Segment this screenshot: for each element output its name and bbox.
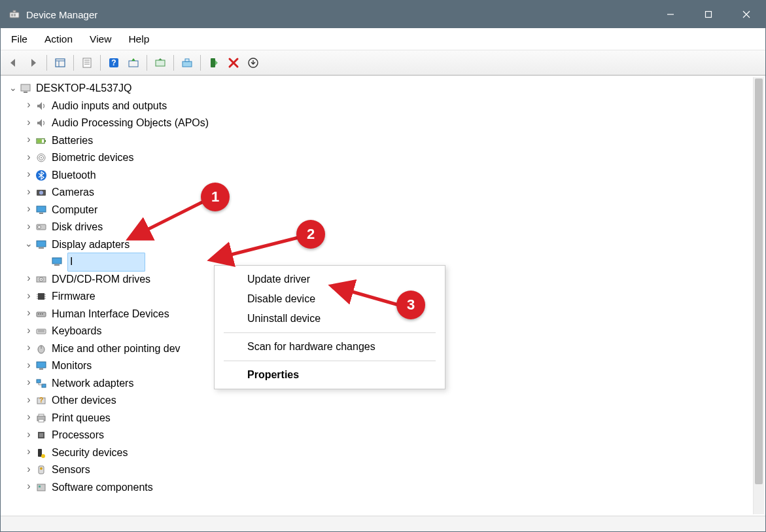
svg-text:?: ? (111, 58, 116, 67)
svg-rect-61 (37, 362, 46, 368)
svg-rect-23 (21, 84, 30, 91)
svg-rect-19 (183, 62, 192, 67)
menu-view[interactable]: View (88, 32, 113, 46)
menu-file[interactable]: File (10, 32, 29, 46)
tree-item-computer[interactable]: Computer (3, 202, 750, 219)
expand-icon[interactable] (23, 461, 35, 480)
update-driver-button[interactable] (178, 54, 196, 72)
expand-icon[interactable] (23, 409, 35, 427)
tree-item-label: Sensors (52, 461, 90, 479)
tree-item-other[interactable]: ?Other devices (3, 392, 750, 410)
svg-point-33 (39, 191, 43, 195)
tree-item-label: Biometric devices (52, 149, 133, 167)
toolbar: ? (1, 50, 765, 75)
tree-item-label: Bluetooth (52, 167, 96, 185)
expand-icon[interactable] (23, 340, 35, 358)
expand-icon[interactable] (7, 80, 19, 98)
expand-icon[interactable] (23, 392, 35, 410)
forward-button[interactable] (24, 54, 43, 72)
svg-rect-8 (56, 59, 65, 67)
enable-device-button[interactable] (205, 54, 223, 72)
expand-icon[interactable] (23, 478, 35, 497)
tree-root-label: DESKTOP-4L537JQ (36, 80, 131, 98)
expand-icon[interactable] (23, 444, 35, 462)
tree-item-label: DVD/CD-ROM drives (52, 271, 150, 289)
tree-item-label: Mice and other pointing dev (52, 340, 181, 358)
svg-rect-21 (211, 58, 215, 67)
tree-item-cameras[interactable]: Cameras (3, 184, 750, 202)
tree-item-print[interactable]: Print queues (3, 410, 750, 427)
expand-icon[interactable] (23, 270, 35, 289)
tree-item-batteries[interactable]: Batteries (3, 132, 750, 150)
expand-icon[interactable] (23, 166, 35, 185)
svg-rect-68 (39, 414, 44, 416)
tree-item-biometric[interactable]: Biometric devices (3, 149, 750, 167)
expand-icon[interactable] (23, 201, 35, 219)
uninstall-device-button[interactable] (244, 54, 262, 72)
expand-icon[interactable] (23, 219, 35, 237)
tree-item-software-components[interactable]: Software components (3, 479, 750, 497)
tree-item-label: Firmware (52, 288, 96, 306)
vertical-scrollbar[interactable] (753, 77, 764, 514)
tree-item-display-adapters[interactable]: Display adapters (3, 236, 750, 254)
tree-root[interactable]: DESKTOP-4L537JQ (3, 80, 750, 98)
expand-icon[interactable] (23, 97, 35, 115)
tree-item-sensors[interactable]: Sensors (3, 461, 750, 479)
window-title: Device Manager (26, 9, 97, 20)
tree-item-security[interactable]: Security devices (3, 444, 750, 462)
expand-icon[interactable] (23, 184, 35, 202)
expand-icon[interactable] (23, 288, 35, 306)
keyboard-icon (35, 325, 48, 338)
tree-item-bluetooth[interactable]: Bluetooth (3, 167, 750, 185)
maximize-button[interactable] (689, 1, 727, 28)
ctx-scan-hardware[interactable]: Scan for hardware changes (215, 337, 445, 357)
tree-item-disk-drives[interactable]: Disk drives (3, 219, 750, 236)
optical-drive-icon (35, 273, 48, 286)
menu-help[interactable]: Help (127, 32, 150, 46)
security-icon (35, 446, 48, 459)
disable-device-button[interactable] (224, 54, 243, 72)
expand-icon[interactable] (23, 374, 35, 393)
scan-hardware-button[interactable] (151, 54, 169, 72)
expand-icon[interactable] (23, 305, 35, 323)
expand-icon[interactable] (23, 132, 35, 150)
camera-icon (35, 186, 48, 199)
show-hide-tree-button[interactable] (51, 54, 69, 72)
ctx-separator (224, 361, 436, 361)
scrollbar-thumb[interactable] (755, 79, 763, 484)
svg-point-44 (41, 279, 42, 280)
close-button[interactable] (727, 1, 765, 28)
svg-rect-24 (24, 92, 27, 93)
tree-item-label: Disk drives (52, 219, 103, 236)
back-button[interactable] (5, 54, 23, 72)
help-button[interactable]: ? (105, 54, 123, 72)
menu-action[interactable]: Action (43, 32, 74, 46)
tree-item-audio-processing[interactable]: Audio Processing Objects (APOs) (3, 115, 750, 132)
svg-rect-62 (39, 368, 43, 370)
fingerprint-icon (35, 151, 48, 164)
minimize-button[interactable] (652, 1, 689, 28)
tree-item-label: Audio Processing Objects (APOs) (52, 115, 209, 132)
svg-rect-40 (52, 258, 61, 264)
svg-rect-18 (156, 60, 165, 66)
svg-rect-72 (38, 449, 42, 457)
expand-icon[interactable] (23, 149, 35, 168)
expand-icon[interactable] (23, 427, 35, 445)
expand-icon[interactable] (23, 323, 35, 341)
svg-rect-76 (37, 484, 45, 491)
expand-icon[interactable] (23, 236, 35, 254)
ctx-update-driver[interactable]: Update driver (215, 270, 445, 289)
action-button[interactable] (124, 54, 143, 72)
properties-button[interactable] (78, 54, 96, 72)
context-menu: Update driver Disable device Uninstall d… (214, 265, 445, 389)
svg-rect-38 (37, 241, 46, 247)
tree-item-audio-inputs-outputs[interactable]: Audio inputs and outputs (3, 98, 750, 115)
svg-rect-11 (83, 58, 91, 67)
ctx-properties[interactable]: Properties (215, 365, 445, 385)
expand-icon[interactable] (23, 115, 35, 133)
svg-rect-5 (706, 12, 712, 18)
expand-icon[interactable] (23, 357, 35, 376)
menu-bar: File Action View Help (1, 28, 765, 50)
annotation-badge-1: 1 (201, 183, 230, 211)
tree-item-processors[interactable]: Processors (3, 427, 750, 444)
